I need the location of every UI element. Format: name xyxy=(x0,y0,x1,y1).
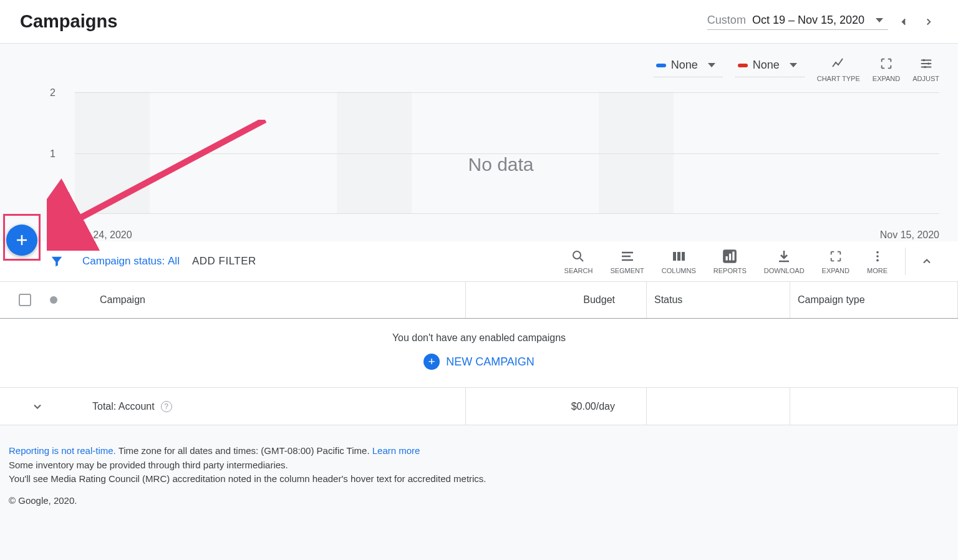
download-icon xyxy=(777,248,791,264)
reports-button[interactable]: REPORTS xyxy=(705,248,755,274)
metric1-label: None xyxy=(671,59,698,72)
x-end-label: Nov 15, 2020 xyxy=(880,229,939,241)
footer-line3: You'll see Media Rating Council (MRC) ac… xyxy=(9,472,949,486)
date-range-value: Oct 19 – Nov 15, 2020 xyxy=(752,14,864,27)
new-campaign-fab[interactable] xyxy=(6,224,37,256)
chevron-up-icon xyxy=(921,255,933,268)
page-title: Campaigns xyxy=(20,11,117,32)
chart-expand-button[interactable]: EXPAND xyxy=(873,56,900,82)
svg-rect-10 xyxy=(729,254,731,261)
col-header-status[interactable]: Status xyxy=(646,282,790,318)
svg-rect-11 xyxy=(733,251,735,260)
reports-icon xyxy=(722,248,738,264)
metric1-dropdown[interactable]: None xyxy=(654,56,723,77)
more-vertical-icon xyxy=(871,248,884,264)
search-button[interactable]: SEARCH xyxy=(556,248,602,274)
date-range-label: Custom xyxy=(707,14,746,27)
expand-icon xyxy=(829,248,843,264)
download-button[interactable]: DOWNLOAD xyxy=(755,248,813,274)
col-header-campaign[interactable]: Campaign xyxy=(75,294,465,306)
chevron-down-icon xyxy=(31,400,44,413)
filter-bar: Campaign status: All ADD FILTER SEARCH S… xyxy=(0,241,958,281)
learn-more-link[interactable]: Learn more xyxy=(372,445,420,456)
chart-weekend-band xyxy=(337,92,412,213)
chart-adjust-button[interactable]: ADJUST xyxy=(912,56,939,82)
plus-icon xyxy=(14,233,29,248)
chart-nodata-label: No data xyxy=(468,154,533,175)
expand-total-button[interactable] xyxy=(0,400,75,413)
table-empty-state: You don't have any enabled campaigns + N… xyxy=(0,319,958,388)
svg-rect-6 xyxy=(677,252,680,261)
metric2-dropdown[interactable]: None xyxy=(735,56,805,77)
adjust-icon xyxy=(919,56,934,71)
status-dot-header[interactable] xyxy=(50,296,57,304)
y-tick: 2 xyxy=(50,87,56,99)
metric2-swatch xyxy=(738,64,748,67)
svg-point-2 xyxy=(924,66,926,69)
chart-type-button[interactable]: CHART TYPE xyxy=(817,56,860,82)
expand-icon xyxy=(879,56,893,71)
svg-point-13 xyxy=(876,255,879,258)
total-label: Total: Account xyxy=(92,401,155,412)
reporting-realtime-link[interactable]: Reporting is not real-time. xyxy=(9,445,116,456)
col-header-type[interactable]: Campaign type xyxy=(790,282,958,318)
dropdown-icon xyxy=(876,18,883,22)
svg-rect-7 xyxy=(682,252,685,261)
campaign-status-filter[interactable]: Campaign status: All xyxy=(82,255,180,268)
select-all-checkbox[interactable] xyxy=(19,294,31,306)
collapse-chart-button[interactable] xyxy=(914,251,939,271)
total-budget: $0.00/day xyxy=(465,388,646,425)
copyright: © Google, 2020. xyxy=(9,494,949,508)
table-expand-button[interactable]: EXPAND xyxy=(813,248,858,274)
columns-button[interactable]: COLUMNS xyxy=(653,248,705,274)
segment-button[interactable]: SEGMENT xyxy=(601,248,652,274)
help-icon[interactable]: ? xyxy=(161,401,172,412)
svg-point-0 xyxy=(922,59,925,62)
svg-point-4 xyxy=(573,251,581,259)
svg-point-14 xyxy=(876,259,879,262)
date-range-picker[interactable]: Custom Oct 19 – Nov 15, 2020 xyxy=(707,12,938,31)
footer: Reporting is not real-time. Time zone fo… xyxy=(0,425,958,520)
chart-plot: 2 1 No data Oct 24, 2020 Nov 15, 2020 xyxy=(62,89,939,220)
date-prev-button[interactable] xyxy=(894,12,913,31)
chart-weekend-band xyxy=(75,92,150,213)
segment-icon xyxy=(620,248,635,264)
chart-weekend-band xyxy=(599,92,674,213)
svg-point-1 xyxy=(927,62,929,65)
svg-rect-5 xyxy=(673,252,676,261)
svg-rect-9 xyxy=(726,256,728,261)
filter-icon[interactable] xyxy=(50,254,64,268)
columns-icon xyxy=(671,248,686,264)
chart-section: None None CHART TYPE EXPAND ADJUST xyxy=(0,44,958,220)
search-icon xyxy=(571,248,586,264)
date-next-button[interactable] xyxy=(919,12,938,31)
table-header-row: Campaign Budget Status Campaign type xyxy=(0,281,958,319)
table-total-row: Total: Account ? $0.00/day xyxy=(0,388,958,425)
y-tick: 1 xyxy=(50,148,56,160)
chart-toolbar: None None CHART TYPE EXPAND ADJUST xyxy=(62,56,939,82)
new-campaign-button[interactable]: + NEW CAMPAIGN xyxy=(423,354,535,370)
dropdown-icon xyxy=(708,63,715,67)
chart-line-icon xyxy=(830,56,846,71)
col-header-budget[interactable]: Budget xyxy=(465,282,646,318)
footer-line2: Some inventory may be provided through t… xyxy=(9,458,949,473)
more-button[interactable]: MORE xyxy=(858,248,896,274)
x-start-label: Oct 24, 2020 xyxy=(75,229,132,241)
empty-message: You don't have any enabled campaigns xyxy=(0,332,958,344)
dropdown-icon xyxy=(790,63,797,67)
plus-circle-icon: + xyxy=(423,354,440,370)
svg-point-12 xyxy=(876,251,879,254)
metric2-label: None xyxy=(753,59,780,72)
add-filter-button[interactable]: ADD FILTER xyxy=(192,255,256,268)
page-header: Campaigns Custom Oct 19 – Nov 15, 2020 xyxy=(0,0,958,44)
metric1-swatch xyxy=(656,64,666,67)
